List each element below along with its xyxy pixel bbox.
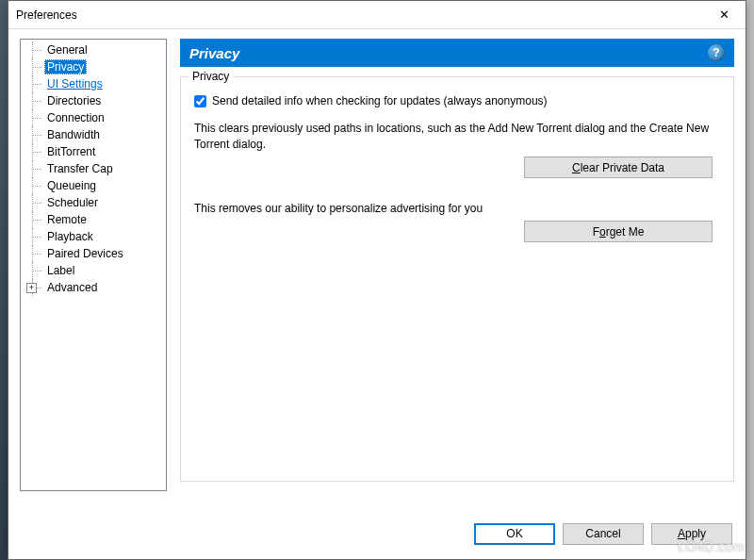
send-detailed-info-checkbox[interactable] (194, 95, 206, 107)
tree-item-label[interactable]: Label (23, 262, 164, 279)
tree-item-label: BitTorrent (47, 145, 95, 158)
tree-item-general[interactable]: General (23, 41, 164, 58)
tree-item-label: Label (47, 264, 74, 277)
preferences-dialog: Preferences ✕ GeneralPrivacyUI SettingsD… (8, 0, 746, 560)
tree-item-connection[interactable]: Connection (23, 109, 164, 126)
tree-item-label: Advanced (47, 281, 97, 294)
tree-item-queueing[interactable]: Queueing (23, 177, 164, 194)
dialog-body: GeneralPrivacyUI SettingsDirectoriesConn… (8, 29, 746, 516)
titlebar: Preferences ✕ (8, 1, 746, 29)
tree-item-label: Bandwidth (47, 128, 100, 141)
close-button[interactable]: ✕ (703, 1, 746, 28)
forget-me-desc: This removes our ability to personalize … (194, 201, 713, 217)
tree-item-label: Scheduler (47, 196, 98, 209)
clear-private-data-button[interactable]: Clear Private Data (524, 156, 713, 178)
ok-button[interactable]: OK (474, 523, 555, 545)
send-detailed-info-row[interactable]: Send detailed info when checking for upd… (194, 94, 720, 107)
tree-item-label: Privacy (44, 59, 87, 74)
tree-item-bittorrent[interactable]: BitTorrent (23, 143, 164, 160)
tree-item-label: UI Settings (47, 77, 103, 91)
clear-private-desc: This clears previously used paths in loc… (194, 121, 713, 153)
forget-me-button[interactable]: Forget Me (524, 221, 713, 242)
tree-item-label: Transfer Cap (47, 162, 113, 175)
tree-item-label: Queueing (47, 179, 96, 192)
tree-item-label: Connection (47, 111, 105, 124)
tree-item-directories[interactable]: Directories (23, 92, 164, 109)
group-legend: Privacy (188, 70, 233, 83)
tree-item-label: General (47, 43, 88, 57)
tree-item-paired-devices[interactable]: Paired Devices (23, 245, 164, 262)
close-icon: ✕ (719, 8, 729, 22)
help-icon[interactable]: ? (708, 44, 725, 61)
tree-item-bandwidth[interactable]: Bandwidth (23, 126, 164, 143)
tree-item-remote[interactable]: Remote (23, 211, 164, 228)
apply-button[interactable]: Apply (651, 523, 732, 545)
tree-item-playback[interactable]: Playback (23, 228, 164, 245)
expander-icon[interactable]: + (26, 283, 37, 293)
window-title: Preferences (16, 8, 703, 22)
tree-item-label: Remote (47, 213, 87, 226)
tree-item-label: Paired Devices (47, 247, 123, 260)
tree-item-transfer-cap[interactable]: Transfer Cap (23, 160, 164, 177)
tree-item-ui-settings[interactable]: UI Settings (23, 75, 164, 92)
category-tree[interactable]: GeneralPrivacyUI SettingsDirectoriesConn… (20, 39, 167, 491)
cancel-button[interactable]: Cancel (563, 523, 644, 545)
dialog-footer: OK Cancel Apply (8, 516, 746, 559)
settings-panel: Privacy ? Privacy Send detailed info whe… (180, 39, 734, 516)
checkbox-label: Send detailed info when checking for upd… (212, 94, 548, 107)
tree-item-label: Playback (47, 230, 93, 243)
tree-item-advanced[interactable]: +Advanced (23, 279, 164, 296)
tree-item-label: Directories (47, 94, 101, 107)
tree-item-scheduler[interactable]: Scheduler (23, 194, 164, 211)
panel-header: Privacy ? (180, 39, 734, 67)
panel-title: Privacy (189, 45, 239, 61)
privacy-group: Privacy Send detailed info when checking… (180, 76, 734, 482)
background-strip (0, 0, 8, 560)
tree-item-privacy[interactable]: Privacy (23, 58, 164, 75)
